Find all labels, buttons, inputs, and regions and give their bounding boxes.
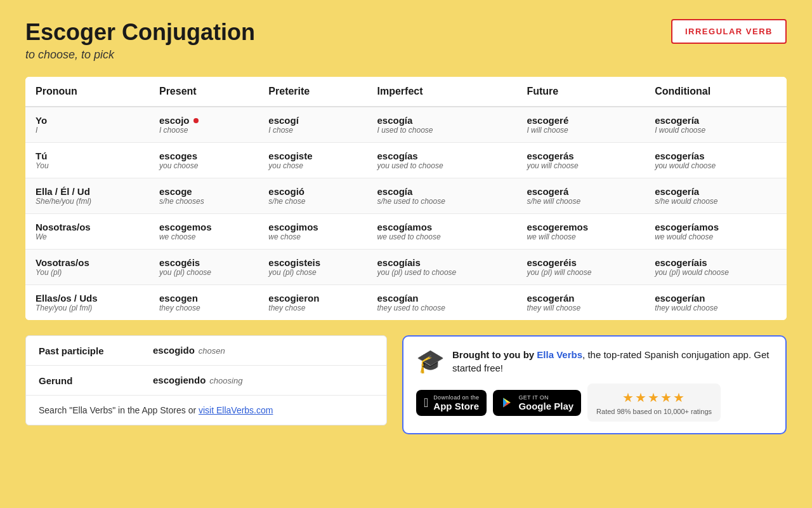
future-cell: escogerá s/he will choose bbox=[516, 178, 645, 214]
promo-icon: 🎓 bbox=[416, 348, 445, 375]
preterite-cell: escogió s/he chose bbox=[258, 178, 367, 214]
table-row: Yo I escojo I choose escogí I chose esco… bbox=[25, 107, 787, 143]
imperfect-cell: escogíais you (pl) used to choose bbox=[367, 250, 516, 285]
past-participle-label: Past participle bbox=[39, 345, 153, 356]
table-row: Vosotras/os You (pl) escogéis you (pl) c… bbox=[25, 250, 787, 285]
gerund-value: escogiendochoosing bbox=[153, 375, 242, 386]
promo-header: 🎓 Brought to you by Ella Verbs, the top-… bbox=[416, 348, 773, 375]
conditional-cell: escogería I would choose bbox=[645, 107, 787, 143]
promo-box: 🎓 Brought to you by Ella Verbs, the top-… bbox=[402, 335, 787, 434]
past-participle-value: escogidochosen bbox=[153, 345, 225, 356]
future-cell: escogerán they will choose bbox=[516, 285, 645, 321]
rating-box: ★★★★★ Rated 98% based on 10,000+ ratings bbox=[587, 384, 721, 422]
conditional-cell: escogeríamos we would choose bbox=[645, 214, 787, 250]
conditional-cell: escogería s/he would choose bbox=[645, 178, 787, 214]
past-participle-row: Past participle escogidochosen bbox=[26, 336, 386, 366]
ella-verbs-promo-link[interactable]: Ella Verbs bbox=[537, 349, 582, 360]
table-row: Nosotras/os We escogemos we choose escog… bbox=[25, 214, 787, 250]
preterite-cell: escogí I chose bbox=[258, 107, 367, 143]
title-rest: Conjugation bbox=[115, 19, 255, 45]
irregular-verb-badge: IRREGULAR VERB bbox=[671, 19, 787, 44]
star-rating: ★★★★★ bbox=[622, 390, 686, 405]
col-present: Present bbox=[149, 77, 258, 107]
footer-search: Search "Ella Verbs" in the App Stores or… bbox=[26, 396, 386, 425]
future-cell: escogeremos we will choose bbox=[516, 214, 645, 250]
conditional-cell: escogerías you would choose bbox=[645, 143, 787, 178]
present-cell: escoges you choose bbox=[149, 143, 258, 178]
table-row: Ella / Él / Ud She/he/you (fml) escoge s… bbox=[25, 178, 787, 214]
future-cell: escogerás you will choose bbox=[516, 143, 645, 178]
gerund-row: Gerund escogiendochoosing bbox=[26, 366, 386, 396]
table-row: Ellas/os / Uds They/you (pl fml) escogen… bbox=[25, 285, 787, 321]
page-header: Escoger Conjugation to choose, to pick I… bbox=[25, 19, 787, 62]
table-header-row: Pronoun Present Preterite Imperfect Futu… bbox=[25, 77, 787, 107]
present-cell: escogemos we choose bbox=[149, 214, 258, 250]
google-play-name: Google Play bbox=[518, 401, 573, 411]
ella-verbs-link[interactable]: visit EllaVerbs.com bbox=[199, 405, 273, 415]
pronoun-cell: Tú You bbox=[25, 143, 149, 178]
imperfect-cell: escogían they used to choose bbox=[367, 285, 516, 321]
preterite-cell: escogisteis you (pl) chose bbox=[258, 250, 367, 285]
present-cell: escoge s/he chooses bbox=[149, 178, 258, 214]
col-preterite: Preterite bbox=[258, 77, 367, 107]
app-store-text: Download on the App Store bbox=[433, 394, 479, 411]
irregular-dot bbox=[193, 118, 199, 123]
future-cell: escogeré I will choose bbox=[516, 107, 645, 143]
app-store-button[interactable]:  Download on the App Store bbox=[416, 390, 487, 416]
present-cell: escogéis you (pl) choose bbox=[149, 250, 258, 285]
imperfect-cell: escogías you used to choose bbox=[367, 143, 516, 178]
conditional-cell: escogerían they would choose bbox=[645, 285, 787, 321]
future-cell: escogeréis you (pl) will choose bbox=[516, 250, 645, 285]
google-play-button[interactable]: GET IT ON Google Play bbox=[493, 390, 581, 416]
page-title: Escoger Conjugation bbox=[25, 19, 255, 46]
imperfect-cell: escogía I used to choose bbox=[367, 107, 516, 143]
page-subtitle: to choose, to pick bbox=[25, 48, 255, 62]
pronoun-cell: Vosotras/os You (pl) bbox=[25, 250, 149, 285]
pronoun-cell: Ellas/os / Uds They/you (pl fml) bbox=[25, 285, 149, 321]
participle-table: Past participle escogidochosen Gerund es… bbox=[25, 335, 387, 425]
present-cell: escogen they choose bbox=[149, 285, 258, 321]
promo-text: Brought to you by Ella Verbs, the top-ra… bbox=[452, 348, 773, 375]
preterite-cell: escogimos we chose bbox=[258, 214, 367, 250]
pronoun-cell: Yo I bbox=[25, 107, 149, 143]
verb-name: Escoger bbox=[25, 19, 115, 45]
imperfect-cell: escogía s/he used to choose bbox=[367, 178, 516, 214]
preterite-cell: escogiste you chose bbox=[258, 143, 367, 178]
col-future: Future bbox=[516, 77, 645, 107]
conjugation-table: Pronoun Present Preterite Imperfect Futu… bbox=[25, 77, 787, 320]
promo-bold-start: Brought to you by bbox=[452, 349, 537, 360]
present-cell: escojo I choose bbox=[149, 107, 258, 143]
app-store-small-text: Download on the bbox=[433, 394, 479, 401]
apple-icon:  bbox=[424, 396, 428, 410]
store-buttons-row:  Download on the App Store GET IT ON Go… bbox=[416, 384, 773, 422]
app-store-name: App Store bbox=[433, 401, 479, 411]
table-row: Tú You escoges you choose escogiste you … bbox=[25, 143, 787, 178]
imperfect-cell: escogíamos we used to choose bbox=[367, 214, 516, 250]
rating-text: Rated 98% based on 10,000+ ratings bbox=[596, 408, 712, 415]
pronoun-cell: Nosotras/os We bbox=[25, 214, 149, 250]
google-play-icon bbox=[501, 396, 513, 409]
preterite-cell: escogieron they chose bbox=[258, 285, 367, 321]
search-label: Search "Ella Verbs" in the App Stores or bbox=[39, 405, 199, 415]
google-play-small-text: GET IT ON bbox=[518, 394, 573, 401]
bottom-section: Past participle escogidochosen Gerund es… bbox=[25, 335, 787, 434]
col-conditional: Conditional bbox=[645, 77, 787, 107]
col-imperfect: Imperfect bbox=[367, 77, 516, 107]
col-pronoun: Pronoun bbox=[25, 77, 149, 107]
gerund-label: Gerund bbox=[39, 375, 153, 386]
pronoun-cell: Ella / Él / Ud She/he/you (fml) bbox=[25, 178, 149, 214]
title-block: Escoger Conjugation to choose, to pick bbox=[25, 19, 255, 62]
google-play-text: GET IT ON Google Play bbox=[518, 394, 573, 411]
conditional-cell: escogeríais you (pl) would choose bbox=[645, 250, 787, 285]
